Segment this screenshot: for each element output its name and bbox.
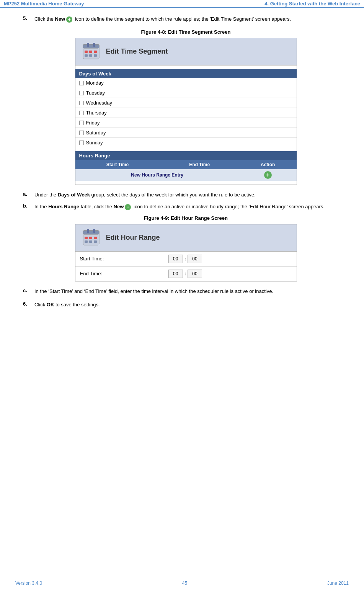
calendar-icon <box>82 42 101 61</box>
day-checkbox[interactable] <box>79 101 84 105</box>
day-cell: Sunday <box>75 137 297 147</box>
svg-rect-19 <box>94 240 97 243</box>
hours-range-section: Hours Range Start Time End Time Action N… <box>75 151 297 185</box>
svg-rect-17 <box>85 240 88 243</box>
sub-steps-a-b: a. Under the Days of Week group, select … <box>23 191 349 211</box>
sub-b-text-after: icon to define an active or inactive hou… <box>132 204 324 209</box>
col-end-time: End Time <box>160 160 239 169</box>
sub-c-letter: c. <box>23 288 34 293</box>
svg-rect-13 <box>93 229 95 233</box>
day-label: Sunday <box>86 140 103 146</box>
footer-date: June 2011 <box>327 581 349 586</box>
sub-b-text: In the Hours Range table, click the New+… <box>34 203 349 211</box>
svg-rect-7 <box>85 54 88 57</box>
hour-input-0[interactable] <box>168 255 183 263</box>
sub-b-text-mid: table, click the <box>79 204 114 209</box>
day-checkbox[interactable] <box>79 81 84 85</box>
figure-9-caption: Figure 4-9: Edit Hour Range Screen <box>23 215 349 221</box>
day-label: Tuesday <box>86 90 105 96</box>
svg-rect-2 <box>87 43 89 47</box>
hour-range-table: Start Time::End Time:: <box>75 252 297 281</box>
edit-time-segment-title: Edit Time Segment <box>106 47 168 56</box>
day-cell: Friday <box>75 118 297 128</box>
day-row: Tuesday <box>75 88 297 98</box>
header-bar: MP252 Multimedia Home Gateway 4. Getting… <box>0 0 364 8</box>
hour-input-1[interactable] <box>168 270 183 278</box>
sub-a-bold: Days of Week <box>58 192 90 198</box>
day-row: Monday <box>75 78 297 88</box>
hour-range-label-0: Start Time: <box>75 252 164 267</box>
time-separator-0: : <box>184 256 186 262</box>
sub-step-c-container: c. In the ‘Start Time’ and ‘End Time’ fi… <box>23 288 349 295</box>
sub-a-text: Under the Days of Week group, select the… <box>34 191 349 199</box>
col-start-time: Start Time <box>75 160 160 169</box>
hours-range-header: Hours Range <box>75 151 297 160</box>
col-action: Action <box>239 160 297 169</box>
hours-table: Start Time End Time Action New Hours Ran… <box>75 160 297 181</box>
days-of-week-header: Days of Week <box>75 69 297 78</box>
sub-step-c: c. In the ‘Start Time’ and ‘End Time’ fi… <box>23 288 349 295</box>
day-cell: Wednesday <box>75 98 297 108</box>
step-6-text-before: Click <box>34 302 47 307</box>
sub-step-a: a. Under the Days of Week group, select … <box>23 191 349 199</box>
edit-hour-range-screen: Edit Hour Range Start Time::End Time:: <box>75 224 297 281</box>
new-hours-label: New Hours Range Entry <box>75 169 239 181</box>
day-label: Thursday <box>86 110 107 116</box>
new-hours-action[interactable]: + <box>239 169 297 181</box>
hour-range-fields-0: : <box>164 252 297 267</box>
footer-version: Version 3.4.0 <box>15 581 42 586</box>
step-5-number: 5. <box>23 15 34 21</box>
step-6-text-after: to save the settings. <box>54 302 100 307</box>
time-field-0: : <box>168 255 202 263</box>
day-cell: Tuesday <box>75 88 297 98</box>
svg-rect-14 <box>85 237 88 239</box>
svg-rect-1 <box>83 44 99 48</box>
svg-rect-15 <box>89 237 92 239</box>
edit-hour-range-title: Edit Hour Range <box>106 234 160 242</box>
day-checkbox[interactable] <box>79 91 84 95</box>
svg-rect-18 <box>89 240 92 243</box>
sub-b-text-before: In the <box>34 204 48 209</box>
day-label: Monday <box>86 80 104 86</box>
day-checkbox[interactable] <box>79 121 84 125</box>
svg-rect-6 <box>94 51 97 53</box>
step-6-bold: OK <box>47 302 54 307</box>
day-checkbox[interactable] <box>79 111 84 115</box>
day-cell: Monday <box>75 78 297 88</box>
sub-b-bold-new: New <box>114 204 124 209</box>
day-cell: Thursday <box>75 108 297 118</box>
day-checkbox[interactable] <box>79 131 84 135</box>
day-row: Wednesday <box>75 98 297 108</box>
step-6-number: 6. <box>23 301 34 307</box>
main-content: 5. Click the New+ icon to define the tim… <box>0 8 364 322</box>
step-5-bold-new: New <box>55 16 65 22</box>
hour-range-row-1: End Time:: <box>75 266 297 281</box>
new-hours-row: New Hours Range Entry + <box>75 169 297 181</box>
step-6-text: Click OK to save the settings. <box>34 301 349 309</box>
step-5-text-before: Click the <box>34 16 55 22</box>
day-row: Saturday <box>75 128 297 137</box>
footer-page: 45 <box>182 581 187 586</box>
sub-a-letter: a. <box>23 191 34 197</box>
header-right: 4. Getting Started with the Web Interfac… <box>264 1 360 7</box>
time-separator-1: : <box>184 271 186 276</box>
screen-header: Edit Time Segment <box>75 38 297 65</box>
day-checkbox[interactable] <box>79 141 84 145</box>
sub-b-letter: b. <box>23 203 34 209</box>
minute-input-0[interactable] <box>188 255 202 263</box>
hour-range-row-0: Start Time:: <box>75 252 297 267</box>
new-plus-icon-b: + <box>125 204 131 210</box>
add-hours-button[interactable]: + <box>264 171 272 179</box>
day-label: Friday <box>86 120 100 126</box>
day-row: Thursday <box>75 108 297 118</box>
svg-rect-8 <box>89 54 92 57</box>
svg-rect-4 <box>85 51 88 53</box>
day-label: Saturday <box>86 130 106 136</box>
footer: Version 3.4.0 45 June 2011 <box>0 578 364 588</box>
minute-input-1[interactable] <box>188 270 202 278</box>
figure-8-caption: Figure 4-8: Edit Time Segment Screen <box>23 29 349 35</box>
step-5-text: Click the New+ icon to define the time s… <box>34 15 349 23</box>
new-plus-icon: + <box>66 16 72 23</box>
svg-rect-16 <box>94 237 97 239</box>
day-cell: Saturday <box>75 128 297 137</box>
